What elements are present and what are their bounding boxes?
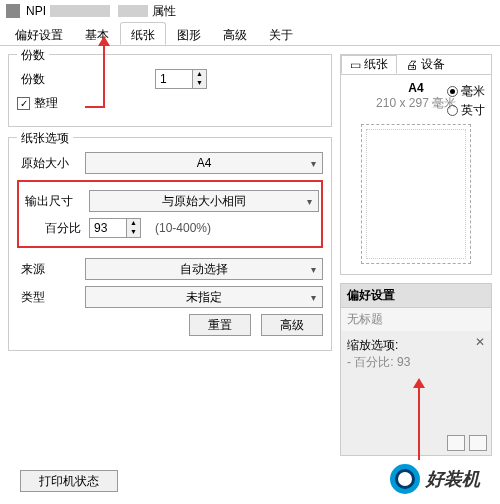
percent-spin-down[interactable]: ▼ bbox=[127, 228, 140, 237]
highlight-box: 输出尺寸 与原始大小相同 百分比 ▲ ▼ (10-400%) bbox=[17, 180, 323, 248]
annotation-arrow-1 bbox=[103, 38, 105, 108]
unit-mm[interactable]: 毫米 bbox=[447, 83, 485, 100]
close-icon[interactable]: ✕ bbox=[475, 335, 485, 349]
pref-icon-1[interactable] bbox=[447, 435, 465, 451]
copies-spin-down[interactable]: ▼ bbox=[193, 79, 206, 88]
watermark-text: 好装机 bbox=[426, 467, 480, 491]
device-icon: 🖨 bbox=[406, 58, 418, 72]
watermark: 好装机 bbox=[390, 464, 480, 494]
subtab-paper[interactable]: ▭ 纸张 bbox=[341, 55, 397, 74]
tab-advanced[interactable]: 高级 bbox=[212, 22, 258, 45]
output-size-label: 输出尺寸 bbox=[21, 193, 81, 210]
source-label: 来源 bbox=[17, 261, 77, 278]
window-title: NPI属性 bbox=[26, 3, 176, 20]
subtab-device[interactable]: 🖨 设备 bbox=[397, 55, 454, 74]
printer-status-button[interactable]: 打印机状态 bbox=[20, 470, 118, 492]
annotation-arrow-2 bbox=[418, 380, 420, 460]
percent-hint: (10-400%) bbox=[155, 221, 211, 235]
percent-spin-up[interactable]: ▲ bbox=[127, 219, 140, 228]
sub-tabs: ▭ 纸张 🖨 设备 bbox=[341, 55, 491, 75]
tab-about[interactable]: 关于 bbox=[258, 22, 304, 45]
tab-basic[interactable]: 基本 bbox=[74, 22, 120, 45]
paper-icon: ▭ bbox=[350, 58, 361, 72]
paper-options-group: 纸张选项 原始大小 A4 输出尺寸 与原始大小相同 百分比 ▲ ▼ bbox=[8, 137, 332, 351]
pref-box: 偏好设置 无标题 ✕ 缩放选项: - 百分比: 93 bbox=[340, 283, 492, 456]
pref-scale-head: 缩放选项: bbox=[347, 337, 485, 354]
percent-label: 百分比 bbox=[21, 220, 81, 237]
unit-radios: 毫米 英寸 bbox=[447, 83, 485, 119]
paper-preview bbox=[361, 124, 471, 264]
check-icon: ✓ bbox=[17, 97, 30, 110]
main-tabs: 偏好设置 基本 纸张 图形 高级 关于 bbox=[0, 22, 500, 46]
tab-paper[interactable]: 纸张 bbox=[120, 22, 166, 45]
pref-scale-line: - 百分比: 93 bbox=[347, 354, 485, 371]
copies-group: 份数 份数 ▲ ▼ ✓ 整理 bbox=[8, 54, 332, 127]
pref-icon-2[interactable] bbox=[469, 435, 487, 451]
advanced-button[interactable]: 高级 bbox=[261, 314, 323, 336]
copies-label: 份数 bbox=[17, 71, 77, 88]
orig-size-label: 原始大小 bbox=[17, 155, 77, 172]
copies-spin-up[interactable]: ▲ bbox=[193, 70, 206, 79]
reset-button[interactable]: 重置 bbox=[189, 314, 251, 336]
pref-title: 偏好设置 bbox=[341, 284, 491, 307]
tab-preferences[interactable]: 偏好设置 bbox=[4, 22, 74, 45]
unit-inch[interactable]: 英寸 bbox=[447, 102, 485, 119]
output-size-dropdown[interactable]: 与原始大小相同 bbox=[89, 190, 319, 212]
type-dropdown[interactable]: 未指定 bbox=[85, 286, 323, 308]
paper-options-title: 纸张选项 bbox=[17, 130, 73, 147]
percent-input[interactable] bbox=[89, 218, 127, 238]
copies-group-title: 份数 bbox=[17, 47, 49, 64]
watermark-logo-icon bbox=[390, 464, 420, 494]
pref-subtitle: 无标题 bbox=[341, 307, 491, 331]
tab-graphics[interactable]: 图形 bbox=[166, 22, 212, 45]
source-dropdown[interactable]: 自动选择 bbox=[85, 258, 323, 280]
orig-size-dropdown[interactable]: A4 bbox=[85, 152, 323, 174]
type-label: 类型 bbox=[17, 289, 77, 306]
collate-checkbox[interactable]: ✓ 整理 bbox=[17, 95, 58, 112]
titlebar: NPI属性 bbox=[0, 0, 500, 22]
app-icon bbox=[6, 4, 20, 18]
copies-input[interactable] bbox=[155, 69, 193, 89]
